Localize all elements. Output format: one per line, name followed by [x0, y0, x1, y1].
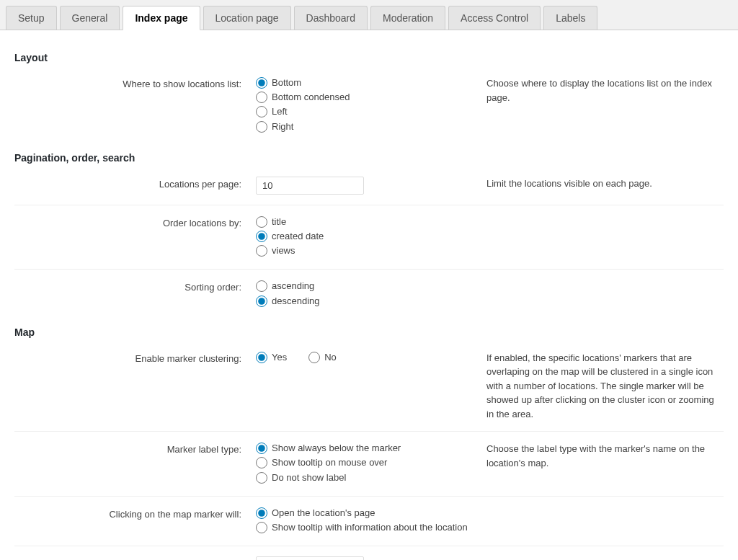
radio-input-where-right[interactable]	[256, 121, 267, 133]
settings-content: Layout Where to show locations list: Bot…	[0, 30, 738, 560]
tab-setup[interactable]: Setup	[6, 6, 57, 30]
radio-where-right[interactable]: Right	[256, 120, 472, 133]
help-per-page: Limit the locations visible on each page…	[486, 177, 717, 191]
help-where-show: Choose where to display the locations li…	[486, 76, 717, 105]
radio-label-cluster-yes: Yes	[272, 351, 287, 364]
input-per-page[interactable]	[256, 177, 364, 195]
tab-moderation[interactable]: Moderation	[370, 6, 445, 30]
row-tooltip-chars: Number of characters from the location's…	[14, 546, 724, 560]
input-tooltip-chars[interactable]	[256, 556, 364, 560]
radio-input-order-title[interactable]	[256, 216, 267, 228]
radio-cluster-yes[interactable]: Yes	[256, 351, 287, 364]
radio-label-always[interactable]: Show always below the marker	[256, 442, 472, 455]
radio-order-created[interactable]: created date	[256, 230, 472, 243]
control-where-show: Bottom Bottom condensed Left Right	[256, 76, 486, 135]
radio-label-click-open: Open the location's page	[272, 507, 375, 520]
label-marker-label-type: Marker label type:	[14, 442, 256, 456]
control-order-by: title created date views	[256, 215, 486, 259]
label-clustering: Enable marker clustering:	[14, 351, 256, 365]
row-per-page: Locations per page: Limit the locations …	[14, 166, 724, 205]
section-title-layout: Layout	[14, 52, 724, 63]
radio-input-where-left[interactable]	[256, 106, 267, 117]
radio-label-sort-desc: descending	[272, 295, 320, 308]
radio-where-bottom-condensed[interactable]: Bottom condensed	[256, 91, 472, 104]
radio-input-cluster-no[interactable]	[308, 352, 320, 363]
control-clustering: Yes No	[256, 351, 486, 364]
section-title-map: Map	[14, 326, 724, 338]
tab-location-page[interactable]: Location page	[203, 6, 291, 30]
label-where-show: Where to show locations list:	[14, 76, 256, 91]
control-label-type: Show always below the marker Show toolti…	[256, 442, 486, 486]
radio-input-label-none[interactable]	[256, 472, 267, 484]
radio-label-click-tooltip: Show tooltip with information about the …	[272, 521, 468, 534]
radio-label-where-bottom-condensed: Bottom condensed	[272, 91, 350, 104]
radio-label-sort-asc: ascending	[272, 280, 314, 293]
label-tooltip-chars: Number of characters from the location's…	[14, 556, 256, 560]
radio-cluster-no[interactable]: No	[308, 351, 337, 364]
label-per-page: Locations per page:	[14, 177, 256, 191]
radio-input-order-views[interactable]	[256, 245, 267, 257]
radio-label-always-text: Show always below the marker	[272, 442, 401, 455]
radio-sort-desc[interactable]: descending	[256, 295, 472, 308]
radio-input-label-tooltip[interactable]	[256, 457, 267, 468]
radio-order-views[interactable]: views	[256, 244, 472, 257]
tab-labels[interactable]: Labels	[543, 6, 597, 30]
help-label-type: Choose the label type with the marker's …	[486, 442, 717, 470]
radio-label-order-views: views	[272, 244, 295, 257]
tab-general[interactable]: General	[60, 6, 120, 30]
section-title-pagination: Pagination, order, search	[14, 152, 724, 164]
radio-sort-asc[interactable]: ascending	[256, 280, 472, 293]
radio-input-where-bottom-condensed[interactable]	[256, 92, 267, 103]
tabs-bar: Setup General Index page Location page D…	[0, 0, 738, 30]
radio-input-sort-asc[interactable]	[256, 280, 267, 292]
row-clustering: Enable marker clustering: Yes No If enab…	[14, 341, 724, 432]
tab-dashboard[interactable]: Dashboard	[294, 6, 368, 30]
radio-input-sort-desc[interactable]	[256, 295, 267, 307]
control-click-action: Open the location's page Show tooltip wi…	[256, 507, 486, 535]
radio-click-tooltip[interactable]: Show tooltip with information about the …	[256, 521, 472, 534]
radio-label-none[interactable]: Do not show label	[256, 471, 472, 484]
control-tooltip-chars	[256, 556, 486, 560]
control-sorting: ascending descending	[256, 280, 486, 308]
label-order-by: Order locations by:	[14, 215, 256, 230]
radio-input-cluster-yes[interactable]	[256, 352, 267, 363]
radio-label-none-text: Do not show label	[272, 471, 346, 484]
radio-input-label-always[interactable]	[256, 443, 267, 454]
row-sorting: Sorting order: ascending descending	[14, 269, 724, 319]
row-label-type: Marker label type: Show always below the…	[14, 431, 724, 496]
radio-label-cluster-no: No	[324, 351, 337, 364]
radio-input-order-created[interactable]	[256, 231, 267, 242]
row-order-by: Order locations by: title created date v…	[14, 205, 724, 270]
help-clustering: If enabled, the specific locations' mark…	[486, 351, 717, 422]
tab-access-control[interactable]: Access Control	[448, 6, 541, 30]
row-where-show: Where to show locations list: Bottom Bot…	[14, 66, 724, 145]
radio-label-where-left: Left	[272, 105, 288, 118]
control-per-page	[256, 177, 486, 195]
radio-label-order-title: title	[272, 215, 286, 228]
row-click-action: Clicking on the map marker will: Open th…	[14, 496, 724, 546]
radio-click-open[interactable]: Open the location's page	[256, 507, 472, 520]
radio-label-tooltip[interactable]: Show tooltip on mouse over	[256, 456, 472, 469]
radio-input-click-tooltip[interactable]	[256, 522, 267, 533]
radio-order-title[interactable]: title	[256, 215, 472, 228]
label-sorting: Sorting order:	[14, 280, 256, 294]
radio-label-tooltip-text: Show tooltip on mouse over	[272, 456, 387, 469]
radio-input-where-bottom[interactable]	[256, 77, 267, 89]
radio-where-bottom[interactable]: Bottom	[256, 76, 472, 89]
radio-input-click-open[interactable]	[256, 507, 267, 519]
radio-label-where-right: Right	[272, 120, 293, 133]
radio-label-where-bottom: Bottom	[272, 76, 301, 89]
radio-where-left[interactable]: Left	[256, 105, 472, 118]
tab-index-page[interactable]: Index page	[123, 6, 200, 30]
label-click-action: Clicking on the map marker will:	[14, 507, 256, 521]
radio-label-order-created: created date	[272, 230, 324, 243]
